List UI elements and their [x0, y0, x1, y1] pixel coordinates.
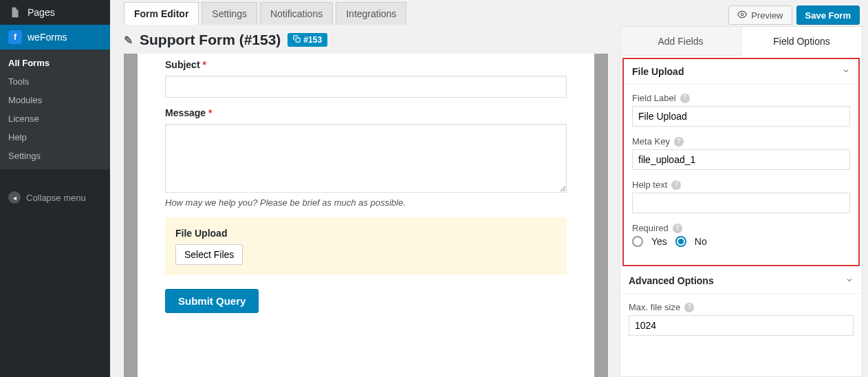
select-files-button[interactable]: Select Files [175, 244, 243, 265]
form-id-label: #153 [303, 35, 322, 45]
section-file-upload-head[interactable]: File Upload [624, 59, 858, 85]
sidebar-item-label: weForms [28, 32, 67, 43]
tab-notifications[interactable]: Notifications [260, 2, 333, 25]
collapse-icon: ◂ [8, 191, 21, 204]
field-subject[interactable]: Subject * [165, 59, 567, 98]
collapse-menu[interactable]: ◂ Collapse menu [0, 186, 94, 209]
form-title-bar: ✎ Support Form (#153) #153 [124, 26, 327, 54]
opt-meta-key: Meta Key? [632, 136, 850, 170]
help-text-input[interactable] [632, 193, 850, 213]
required-no-label: No [695, 236, 707, 247]
opt-help-text: Help text? [632, 180, 850, 213]
form-title: Support Form (#153) [140, 32, 281, 48]
tab-add-fields[interactable]: Add Fields [620, 27, 741, 56]
preview-button[interactable]: Preview [728, 6, 792, 25]
section-title: Advanced Options [629, 275, 714, 286]
opt-field-label: Field Label? [632, 93, 850, 127]
required-yes-label: Yes [651, 236, 667, 247]
help-icon[interactable]: ? [671, 180, 681, 190]
help-icon[interactable]: ? [680, 94, 690, 103]
help-text: How may we help you? Please be brief as … [165, 197, 567, 208]
subject-input[interactable] [165, 76, 567, 98]
builder-stage: Subject * Message * How may we help you?… [138, 54, 594, 377]
section-title: File Upload [632, 66, 684, 77]
builder-stage-wrap: Subject * Message * How may we help you?… [124, 54, 608, 377]
eye-icon [737, 10, 747, 21]
field-label: File Upload [175, 228, 556, 239]
sidebar-item-label: Pages [28, 7, 55, 18]
basic-options-highlight: File Upload Field Label? Meta Key? Help … [622, 58, 860, 266]
field-label: Subject * [165, 59, 567, 70]
pencil-icon[interactable]: ✎ [124, 34, 133, 47]
tab-form-editor[interactable]: Form Editor [124, 2, 199, 25]
help-icon[interactable]: ? [684, 303, 694, 312]
sidebar-sub-help[interactable]: Help [0, 128, 110, 147]
preview-label: Preview [751, 10, 783, 21]
max-file-size-input[interactable] [629, 315, 854, 336]
meta-key-input[interactable] [632, 149, 850, 170]
opt-required: Required? Yes No [632, 223, 850, 247]
form-editor-topnav: Form Editor Settings Notifications Integ… [124, 0, 860, 25]
section-advanced-head[interactable]: Advanced Options [620, 268, 862, 294]
tab-settings[interactable]: Settings [202, 2, 257, 25]
required-no-radio[interactable] [675, 236, 686, 247]
pages-icon [8, 6, 22, 19]
collapse-label: Collapse menu [26, 193, 86, 203]
chevron-down-icon [842, 66, 850, 77]
field-message[interactable]: Message * How may we help you? Please be… [165, 107, 567, 208]
field-label: Message * [165, 107, 567, 118]
right-panel: Add Fields Field Options File Upload Fie… [620, 26, 862, 377]
message-textarea[interactable] [165, 124, 567, 193]
sidebar-sub-tools[interactable]: Tools [0, 72, 110, 91]
sidebar-item-weforms[interactable]: f weForms [0, 25, 110, 50]
wp-admin-sidebar: Pages f weForms All Forms Tools Modules … [0, 0, 110, 377]
field-file-upload[interactable]: File Upload Select Files [165, 217, 567, 275]
opt-max-file-size: Max. file size? [629, 302, 854, 336]
sidebar-sub-modules[interactable]: Modules [0, 91, 110, 109]
save-form-button[interactable]: Save Form [796, 6, 860, 25]
tab-field-options[interactable]: Field Options [741, 27, 862, 56]
weforms-icon: f [8, 30, 22, 44]
tab-integrations[interactable]: Integrations [336, 2, 406, 25]
svg-rect-1 [296, 38, 300, 42]
sidebar-sub-settings[interactable]: Settings [0, 147, 110, 165]
svg-point-0 [741, 13, 744, 16]
copy-icon [293, 35, 301, 45]
sidebar-item-pages[interactable]: Pages [0, 0, 110, 25]
sidebar-sub-license[interactable]: License [0, 109, 110, 128]
form-id-chip[interactable]: #153 [287, 33, 327, 47]
sidebar-sub-all-forms[interactable]: All Forms [0, 54, 110, 72]
chevron-down-icon [845, 275, 854, 286]
required-yes-radio[interactable] [632, 236, 643, 247]
help-icon[interactable]: ? [674, 137, 684, 147]
field-label-input[interactable] [632, 106, 850, 127]
help-icon[interactable]: ? [673, 224, 682, 233]
submit-query-button[interactable]: Submit Query [165, 289, 259, 313]
